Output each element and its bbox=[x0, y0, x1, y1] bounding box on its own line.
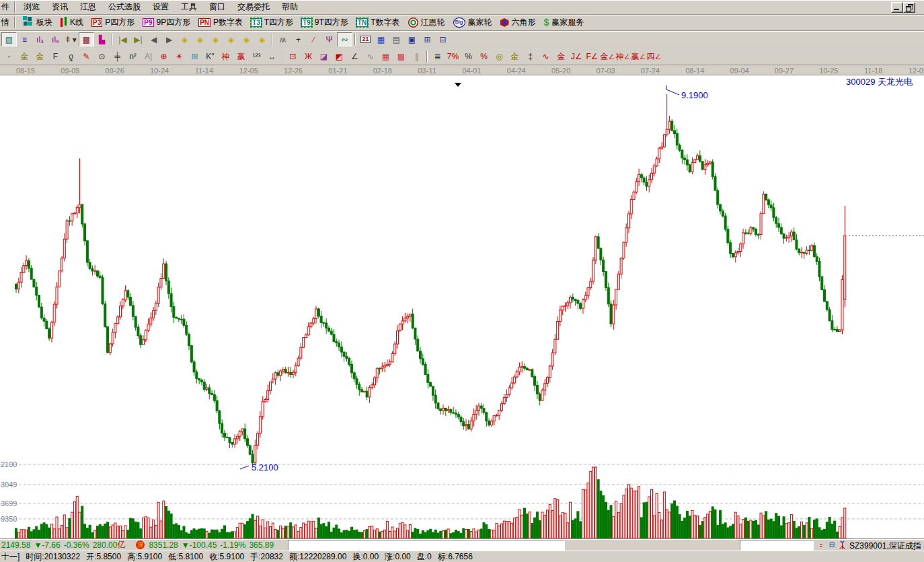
compare-scale-icon[interactable]: ≣ bbox=[430, 50, 445, 64]
wave-a-icon[interactable]: ∿ bbox=[538, 50, 553, 64]
zigzag-wave-icon[interactable]: ∿ bbox=[362, 50, 378, 64]
percent-underline-icon[interactable]: % bbox=[476, 50, 492, 64]
status-input[interactable] bbox=[288, 540, 565, 551]
chart-3-icon[interactable]: ıl₃ bbox=[32, 32, 48, 46]
j-angle-icon[interactable]: J∠ bbox=[569, 50, 584, 64]
restore-button[interactable] bbox=[903, 2, 915, 13]
stock-info-icon[interactable]: ≡ bbox=[17, 32, 32, 46]
p-square-button[interactable]: P3P四方形 bbox=[87, 17, 139, 28]
starburst-icon[interactable]: ☀ bbox=[171, 50, 187, 64]
last-bar-icon[interactable]: ▶| bbox=[130, 32, 146, 46]
fibonacci-ruler-icon[interactable]: F bbox=[48, 50, 63, 64]
shen-ruler-icon[interactable]: 神 bbox=[218, 50, 233, 64]
menu-item-3[interactable]: 公式选股 bbox=[102, 1, 147, 12]
t9-square-button[interactable]: T99T四方形 bbox=[297, 17, 352, 28]
gold-lines-icon[interactable]: 金 bbox=[507, 50, 523, 64]
menu-item-4[interactable]: 设置 bbox=[147, 1, 175, 12]
save-icon[interactable]: ▣ bbox=[404, 32, 420, 46]
next-bar-icon[interactable]: ▶ bbox=[161, 32, 177, 46]
gann-target-icon[interactable]: ⊕ bbox=[156, 50, 171, 64]
menu-item-0[interactable]: 浏览 bbox=[17, 1, 46, 12]
grid-box-icon[interactable]: ⊞ bbox=[187, 50, 202, 64]
ying-ruler-icon[interactable]: 赢 bbox=[233, 50, 249, 64]
gann-diamond-plus-icon[interactable]: ◈ bbox=[254, 32, 270, 46]
gann-fan-box2-icon[interactable]: ◩ bbox=[332, 50, 347, 64]
grid-adjust-icon[interactable]: ꞊ bbox=[816, 540, 826, 549]
gold-ratio-ruler-icon[interactable]: 金 bbox=[17, 50, 32, 64]
kline-button[interactable]: K线 bbox=[56, 17, 87, 28]
gann-diamond-cross-icon[interactable]: ◈ bbox=[239, 32, 254, 46]
t-number-table-button[interactable]: TNT数字表 bbox=[352, 17, 404, 28]
menu-item-8[interactable]: 帮助 bbox=[276, 1, 304, 12]
parallel-lines-icon[interactable]: ∥ bbox=[409, 50, 424, 64]
p-number-table-button[interactable]: PNP数字表 bbox=[194, 17, 247, 28]
chart-area[interactable]: 21003049369993509.19005.2100 300029 天龙光电 bbox=[0, 75, 924, 538]
smart-analysis-icon[interactable]: ∾ bbox=[337, 32, 352, 46]
minimize-button[interactable] bbox=[891, 2, 903, 13]
chip-distribution-icon[interactable]: ▩ bbox=[79, 32, 94, 46]
calculator-icon[interactable]: ▦ bbox=[373, 32, 389, 46]
notebook-icon[interactable]: ▤ bbox=[389, 32, 404, 46]
si-angle-icon[interactable]: 四∠ bbox=[646, 50, 662, 64]
antenna-icon[interactable] bbox=[838, 540, 847, 549]
tick-ruler-icon[interactable]: ╪ bbox=[110, 50, 125, 64]
grid-dots-icon[interactable]: ▦ bbox=[378, 50, 393, 64]
blocks-button[interactable]: 板块 bbox=[17, 17, 56, 28]
gann-fan-box-icon[interactable]: ◪ bbox=[316, 50, 332, 64]
box-tool-icon[interactable]: ⊡ bbox=[285, 50, 301, 64]
menu-item-5[interactable]: 工具 bbox=[175, 1, 203, 12]
gann-diamond-right-icon[interactable]: ◈ bbox=[192, 32, 208, 46]
menu-item-2[interactable]: 江恩 bbox=[74, 1, 102, 12]
chart-9-icon[interactable]: ıl₉ bbox=[48, 32, 63, 46]
crosshair-icon[interactable]: + bbox=[291, 32, 306, 46]
t-square-button[interactable]: T3T四方形 bbox=[247, 17, 297, 28]
trend-chart-icon[interactable]: ▨ bbox=[1, 32, 17, 46]
menu-item-file-cut[interactable]: 件 bbox=[1, 1, 12, 13]
gann-diamond-expand-icon[interactable]: ◈ bbox=[208, 32, 223, 46]
menu-item-7[interactable]: 交易委托 bbox=[231, 1, 276, 12]
calendar-icon[interactable]: 21 bbox=[358, 32, 373, 46]
volume-profile-icon[interactable]: ▙ bbox=[94, 32, 110, 46]
fan-rays-icon[interactable]: Ж bbox=[301, 50, 316, 64]
hand-drag-icon[interactable]: ʍ bbox=[275, 32, 291, 46]
winner-wheel-button[interactable]: Big赢家轮 bbox=[449, 17, 496, 28]
layers-icon[interactable]: ⊟ bbox=[827, 540, 837, 549]
span-arrow-icon[interactable]: ↔ bbox=[264, 50, 280, 64]
save-web-icon[interactable]: ⊞ bbox=[420, 32, 435, 46]
first-bar-icon[interactable]: |◀ bbox=[115, 32, 130, 46]
spiral-icon[interactable]: ƍ bbox=[63, 50, 79, 64]
gann-diamond-shrink-icon[interactable]: ◈ bbox=[223, 32, 239, 46]
measure-line-icon[interactable]: ∕ bbox=[306, 32, 321, 46]
angle-line-icon[interactable]: ∠ bbox=[347, 50, 362, 64]
quick-item-quote-cut[interactable]: 情 bbox=[1, 16, 12, 29]
ruler-123-icon[interactable]: ¹²³ bbox=[249, 50, 264, 64]
gold-ratio-ruler2-icon[interactable]: 金 bbox=[32, 50, 48, 64]
time-cycle-icon[interactable]: ⊙ bbox=[94, 50, 110, 64]
gold-underline-icon[interactable]: 金 bbox=[553, 50, 569, 64]
ying-angle-icon[interactable]: 赢∠ bbox=[631, 50, 646, 64]
candlestick-chart[interactable]: 21003049369993509.19005.2100 bbox=[0, 75, 924, 538]
f-angle-icon[interactable]: F∠ bbox=[584, 50, 600, 64]
gold-angle-icon[interactable]: 金∠ bbox=[600, 50, 615, 64]
angle-measure-icon[interactable]: A| bbox=[141, 50, 156, 64]
n-square-icon[interactable]: n² bbox=[125, 50, 141, 64]
menu-item-6[interactable]: 窗口 bbox=[203, 1, 231, 12]
winner-service-button[interactable]: $赢家服务 bbox=[540, 17, 588, 28]
candle-style-icon[interactable]: ǂ ▾ bbox=[63, 32, 79, 46]
percent-icon[interactable]: % bbox=[461, 50, 476, 64]
percent-line-icon[interactable]: 7% bbox=[445, 50, 461, 64]
status-input-small[interactable] bbox=[740, 540, 814, 551]
p9-square-button[interactable]: P99P四方形 bbox=[139, 17, 194, 28]
gann-diamond-left-icon[interactable]: ◈ bbox=[177, 32, 192, 46]
k-line-mark-icon[interactable]: K″ bbox=[202, 50, 218, 64]
gann-text-tool-icon[interactable]: Ψ bbox=[321, 32, 337, 46]
remote-data-icon[interactable]: ⊟ bbox=[435, 32, 451, 46]
gann-wheel-button[interactable]: 江恩轮 bbox=[404, 17, 449, 28]
prev-bar-icon[interactable]: ◀ bbox=[146, 32, 161, 46]
gold-circle-icon[interactable]: ◎ bbox=[492, 50, 507, 64]
cut-tool-icon[interactable]: - bbox=[1, 50, 17, 64]
pen-ruler-icon[interactable]: ‡ bbox=[523, 50, 538, 64]
menu-item-1[interactable]: 资讯 bbox=[46, 1, 74, 12]
grid-arrow-icon[interactable]: ▩ bbox=[393, 50, 409, 64]
draw-brush-icon[interactable]: ✎ bbox=[79, 50, 94, 64]
